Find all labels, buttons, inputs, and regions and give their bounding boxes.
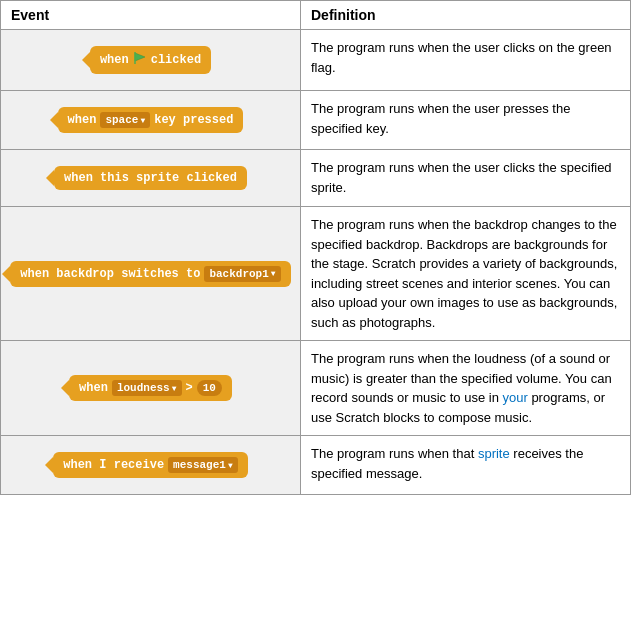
event-cell-sprite: when this sprite clicked [1, 150, 301, 207]
definition-cell-sprite: The program runs when the user clicks th… [301, 150, 631, 207]
definition-cell-receive: The program runs when that sprite receiv… [301, 436, 631, 495]
svg-marker-0 [135, 53, 145, 61]
definition-cell-loudness: The program runs when the loudness (of a… [301, 341, 631, 436]
flag-icon [133, 51, 147, 69]
block-keypressed-label: key pressed [154, 113, 233, 127]
col-definition-header: Definition [301, 1, 631, 30]
table-row: when clicked The program runs when the u… [1, 30, 631, 91]
block-when-label: when [68, 113, 97, 127]
block-loudness-dropdown: loudness [112, 380, 182, 396]
definition-cell-key: The program runs when the user presses t… [301, 91, 631, 150]
block-backdrop-switches: when backdrop switches to backdrop1 [10, 261, 290, 287]
table-row: when backdrop switches to backdrop1 The … [1, 207, 631, 341]
block-when-sprite-label: when this sprite clicked [64, 171, 237, 185]
table-row: when space key pressed The program runs … [1, 91, 631, 150]
event-cell-key: when space key pressed [1, 91, 301, 150]
block-when-label: when [79, 381, 108, 395]
block-loudness-value: 10 [197, 380, 222, 396]
block-message-dropdown: message1 [168, 457, 238, 473]
block-loudness: when loudness > 10 [69, 375, 232, 401]
event-cell-backdrop: when backdrop switches to backdrop1 [1, 207, 301, 341]
table-row: when this sprite clicked The program run… [1, 150, 631, 207]
col-event-header: Event [1, 1, 301, 30]
block-clicked-label: clicked [151, 53, 201, 67]
block-key-pressed: when space key pressed [58, 107, 244, 133]
block-when-label: when [100, 53, 129, 67]
block-when-backdrop-label: when backdrop switches to [20, 267, 200, 281]
block-receive: when I receive message1 [53, 452, 247, 478]
block-flag-clicked: when clicked [90, 46, 211, 74]
definition-cell-flag: The program runs when the user clicks on… [301, 30, 631, 91]
event-cell-receive: when I receive message1 [1, 436, 301, 495]
block-key-dropdown: space [100, 112, 150, 128]
event-cell-loudness: when loudness > 10 [1, 341, 301, 436]
definition-cell-backdrop: The program runs when the backdrop chang… [301, 207, 631, 341]
block-sprite-clicked: when this sprite clicked [54, 166, 247, 190]
block-gt-label: > [186, 381, 193, 395]
block-when-i-receive-label: when I receive [63, 458, 164, 472]
table-row: when loudness > 10 The program runs when… [1, 341, 631, 436]
event-cell-flag: when clicked [1, 30, 301, 91]
block-backdrop-dropdown: backdrop1 [204, 266, 280, 282]
table-row: when I receive message1 The program runs… [1, 436, 631, 495]
